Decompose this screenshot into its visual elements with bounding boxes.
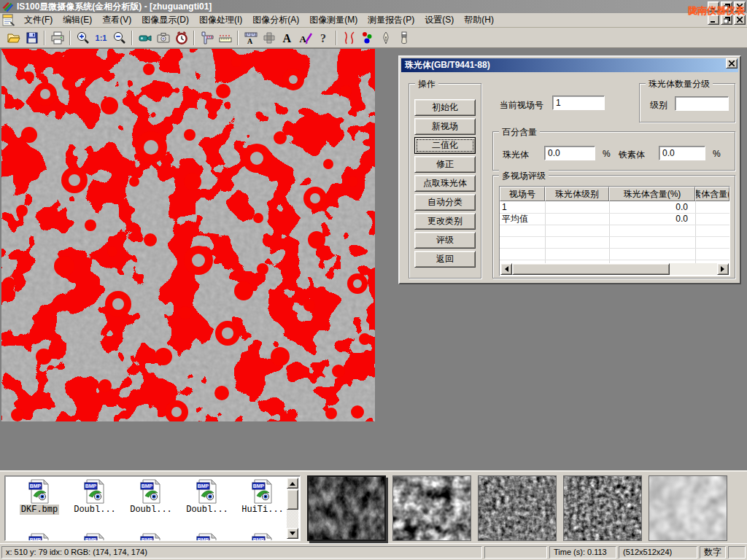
- restore-button[interactable]: [721, 1, 732, 12]
- window-title: IS100显微摄像系统(金相分析版) - [zhuguangti01]: [17, 1, 212, 13]
- print-button[interactable]: [48, 29, 66, 47]
- arrow-right-icon: [721, 266, 727, 272]
- pearlite-dialog: 珠光体(GB/T9441-88) 操作 初始化 新视场 二值化 修正 点取珠光体…: [398, 55, 741, 284]
- bmp-file-icon: [252, 533, 274, 541]
- zoom-out-button[interactable]: [110, 29, 128, 47]
- table-row[interactable]: 1 0.0: [500, 201, 729, 213]
- col-field[interactable]: 视场号: [500, 187, 545, 201]
- new-field-button[interactable]: 新视场: [414, 118, 476, 135]
- col-pearlite[interactable]: 珠光体含量(%): [609, 187, 695, 201]
- thumbnail-2[interactable]: [392, 475, 471, 541]
- scroll-up-button[interactable]: [287, 478, 298, 489]
- cell-pearlite: 0.0: [611, 213, 688, 225]
- bmp-file-icon: [196, 479, 218, 504]
- classify-tool-button[interactable]: [358, 29, 376, 47]
- brush-tool-button[interactable]: [395, 29, 413, 47]
- brush-icon: [397, 31, 411, 45]
- bmp-file-icon: [28, 479, 50, 504]
- file-item[interactable]: DKF.bmp: [13, 479, 66, 515]
- thumbnail-3[interactable]: [478, 475, 557, 541]
- scroll-down-button[interactable]: [287, 528, 298, 539]
- scrollbar-thumb[interactable]: [512, 263, 670, 275]
- menu-image-measure[interactable]: 图像测量(M): [304, 12, 363, 28]
- current-field-label: 当前视场号: [500, 99, 543, 112]
- merge-button[interactable]: [260, 29, 278, 47]
- ruler-measure-button[interactable]: [216, 29, 234, 47]
- dialog-close-button[interactable]: [726, 58, 738, 69]
- file-item[interactable]: Doubl...: [125, 479, 177, 515]
- file-list-scrollbar[interactable]: [287, 478, 298, 539]
- menu-help[interactable]: 帮助(H): [459, 12, 499, 28]
- video-capture-button[interactable]: [136, 29, 154, 47]
- letter-a-pencil-icon: A: [298, 31, 313, 45]
- file-name: Doubl...: [128, 505, 174, 515]
- current-field-input[interactable]: [552, 96, 605, 110]
- file-item[interactable]: Doubl...: [69, 479, 121, 515]
- help-button[interactable]: ?: [314, 29, 333, 47]
- timer-button[interactable]: [172, 29, 190, 47]
- open-button[interactable]: [4, 29, 23, 47]
- minimize-icon: [711, 4, 716, 9]
- file-list[interactable]: DKF.bmp Doubl... Doubl... Doubl... HuiTi…: [4, 475, 301, 541]
- cell-pearlite: 0.0: [611, 201, 688, 213]
- mdi-minimize-button[interactable]: [708, 15, 719, 25]
- curve-tool-button[interactable]: [340, 29, 358, 47]
- thumbnail-4[interactable]: [563, 475, 642, 541]
- col-ferrite[interactable]: 铁素体含量(%): [695, 187, 729, 201]
- menu-measure-report[interactable]: 测量报告(P): [363, 12, 419, 28]
- dialog-title-bar[interactable]: 珠光体(GB/T9441-88): [401, 58, 738, 72]
- thumbnail-1[interactable]: [307, 475, 386, 541]
- edit-annotation-button[interactable]: A: [296, 29, 314, 47]
- table-horizontal-scrollbar[interactable]: [500, 263, 729, 275]
- pick-pearlite-button[interactable]: 点取珠光体: [414, 175, 476, 192]
- change-class-button[interactable]: 更改类别: [414, 213, 476, 230]
- restore-icon: [724, 17, 730, 23]
- mdi-restore-button[interactable]: [721, 15, 732, 25]
- menu-image-processing[interactable]: 图像处理(I): [194, 12, 247, 28]
- text-annotation-button[interactable]: A: [278, 29, 296, 47]
- save-button[interactable]: [23, 29, 41, 47]
- snapshot-button[interactable]: [154, 29, 172, 47]
- pen-tool-button[interactable]: [376, 29, 395, 47]
- mdi-close-button[interactable]: [734, 15, 746, 25]
- scroll-right-button[interactable]: [717, 263, 729, 275]
- status-bar: x: 510 y: 79 idx: 0 RGB: (174, 174, 174)…: [0, 543, 747, 560]
- svg-text:A: A: [247, 37, 253, 45]
- toolbar-separator: [193, 31, 195, 45]
- menu-file[interactable]: 文件(F): [19, 12, 58, 28]
- binarize-button[interactable]: 二值化: [414, 137, 476, 154]
- menu-view[interactable]: 查看(V): [97, 12, 136, 28]
- scroll-left-button[interactable]: [500, 263, 512, 275]
- pearlite-percent-input[interactable]: [544, 146, 595, 160]
- table-row[interactable]: 平均值 0.0: [500, 213, 729, 225]
- percent-group: 百分含量 珠光体 % 铁素体 %: [492, 131, 735, 171]
- grading-table[interactable]: 视场号 珠光体级别 珠光体含量(%) 铁素体含量(%) 1: [499, 186, 730, 276]
- file-item[interactable]: Doubl...: [181, 479, 233, 515]
- menu-settings[interactable]: 设置(S): [419, 12, 459, 28]
- menu-edit[interactable]: 编辑(E): [58, 12, 97, 28]
- thumbnail-5[interactable]: [649, 475, 727, 541]
- grade-button[interactable]: 评级: [414, 232, 476, 249]
- correct-button[interactable]: 修正: [414, 156, 476, 173]
- init-button[interactable]: 初始化: [414, 99, 476, 116]
- title-bar[interactable]: IS100显微摄像系统(金相分析版) - [zhuguangti01]: [0, 0, 747, 13]
- scale-calibration-button[interactable]: A: [241, 29, 260, 47]
- micrograph-image[interactable]: [1, 49, 375, 421]
- ferrite-label: 铁素体: [619, 149, 645, 161]
- close-button[interactable]: [734, 1, 746, 12]
- status-mode: 数字: [700, 546, 726, 559]
- file-item[interactable]: HuiTi...: [236, 479, 289, 515]
- auto-classify-button[interactable]: 自动分类: [414, 194, 476, 211]
- menu-image-display[interactable]: 图像显示(D): [136, 12, 194, 28]
- minimize-button[interactable]: [708, 1, 719, 12]
- zoom-actual-button[interactable]: 1:1: [92, 29, 110, 47]
- return-button[interactable]: 返回: [414, 251, 476, 268]
- caliper-measure-button[interactable]: [198, 29, 216, 47]
- scrollbar-thumb[interactable]: [287, 489, 298, 510]
- ferrite-percent-input[interactable]: [659, 146, 705, 160]
- zoom-in-button[interactable]: [74, 29, 92, 47]
- grade-input[interactable]: [675, 96, 729, 111]
- col-grade[interactable]: 珠光体级别: [545, 187, 609, 201]
- clock-icon: [174, 31, 189, 45]
- menu-image-analysis[interactable]: 图像分析(A): [247, 12, 304, 28]
